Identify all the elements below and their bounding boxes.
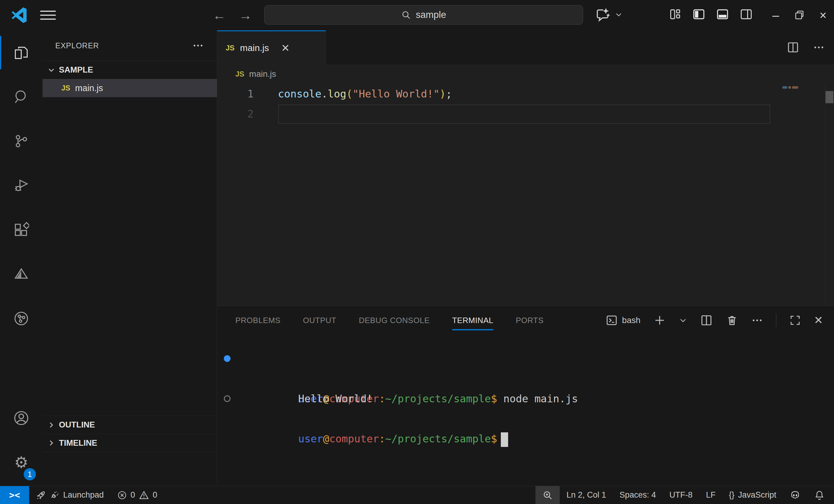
language-label: JavaScript bbox=[738, 490, 776, 500]
tab-mainjs[interactable]: JS main.js ✕ bbox=[217, 30, 326, 64]
split-editor-icon[interactable] bbox=[787, 41, 799, 54]
kill-terminal-icon[interactable] bbox=[726, 314, 738, 327]
tab-problems[interactable]: PROBLEMS bbox=[235, 306, 281, 335]
sidebar-title: EXPLORER bbox=[55, 41, 99, 50]
source-control-icon bbox=[13, 133, 29, 149]
activity-source-control-button[interactable] bbox=[0, 119, 43, 163]
launchpad-button[interactable]: Launchpad bbox=[29, 486, 111, 504]
editor-group: JS main.js ✕ JS main.js 1 console.log("H… bbox=[217, 30, 834, 486]
restore-button[interactable] bbox=[788, 0, 811, 30]
encoding[interactable]: UTF-8 bbox=[663, 486, 699, 504]
rocket-icon bbox=[36, 490, 46, 500]
zoom-in-icon bbox=[543, 490, 553, 500]
problems-summary[interactable]: 0 0 bbox=[111, 486, 164, 504]
minimap[interactable] bbox=[782, 86, 798, 89]
more-actions-icon[interactable] bbox=[813, 41, 825, 53]
terminal-cursor bbox=[501, 432, 508, 447]
files-icon bbox=[13, 45, 29, 61]
chevron-down-icon bbox=[47, 66, 56, 75]
activity-bar-bottom: ⚙ 1 bbox=[0, 396, 43, 485]
error-count: 0 bbox=[131, 490, 135, 500]
eol-label: LF bbox=[706, 490, 716, 500]
settings-button[interactable]: ⚙ 1 bbox=[0, 440, 43, 485]
explorer-sidebar: EXPLORER SAMPLE JS main.js OUTLINE bbox=[43, 30, 217, 486]
go-back-icon[interactable]: ← bbox=[213, 7, 226, 23]
pyramid-icon bbox=[13, 266, 29, 282]
code-editor[interactable]: 1 console.log("Hello World!"); 2 bbox=[217, 84, 834, 306]
file-name: main.js bbox=[75, 83, 103, 93]
terminal[interactable]: user@computer:~/projects/sample$ node ma… bbox=[217, 348, 834, 486]
tab-debug-console[interactable]: DEBUG CONSOLE bbox=[359, 306, 430, 335]
editor-scrollbar[interactable] bbox=[825, 84, 834, 306]
file-row-mainjs[interactable]: JS main.js bbox=[43, 79, 217, 97]
activity-bar: ⚙ 1 bbox=[0, 30, 43, 486]
more-actions-icon[interactable] bbox=[192, 40, 204, 52]
activity-run-debug-button[interactable] bbox=[0, 163, 43, 208]
cursor-position[interactable]: Ln 2, Col 1 bbox=[560, 486, 613, 504]
go-forward-icon[interactable]: → bbox=[239, 7, 252, 23]
plug-icon bbox=[50, 490, 60, 500]
breadcrumb[interactable]: JS main.js bbox=[217, 64, 834, 84]
folder-section-sample[interactable]: SAMPLE bbox=[43, 61, 217, 79]
divider bbox=[776, 314, 776, 327]
encoding-label: UTF-8 bbox=[670, 490, 693, 500]
history-nav: ← → bbox=[213, 7, 252, 23]
tab-ports[interactable]: PORTS bbox=[516, 306, 544, 335]
indentation[interactable]: Spaces: 4 bbox=[613, 486, 663, 504]
notifications-button[interactable] bbox=[807, 486, 834, 504]
zoom-indicator[interactable] bbox=[535, 486, 560, 504]
tab-terminal[interactable]: TERMINAL bbox=[452, 306, 493, 335]
bell-icon bbox=[814, 490, 825, 501]
command-center-search[interactable]: sample bbox=[264, 5, 583, 25]
activity-git-graph-extension-button[interactable] bbox=[0, 296, 43, 341]
close-window-button[interactable]: × bbox=[811, 0, 834, 30]
new-terminal-icon[interactable] bbox=[653, 314, 666, 327]
toggle-secondary-sidebar-icon[interactable] bbox=[739, 7, 753, 21]
warning-icon bbox=[139, 490, 149, 500]
customize-layout-icon[interactable] bbox=[668, 7, 682, 21]
activity-pyramid-extension-button[interactable] bbox=[0, 252, 43, 296]
copilot-menu-button[interactable] bbox=[595, 7, 622, 22]
shell-selector[interactable]: bash bbox=[606, 314, 640, 326]
current-line-highlight bbox=[278, 105, 770, 124]
tab-output[interactable]: OUTPUT bbox=[303, 306, 336, 335]
command-success-decoration-icon[interactable] bbox=[224, 355, 231, 362]
maximize-panel-icon[interactable] bbox=[789, 314, 801, 326]
breadcrumb-item[interactable]: main.js bbox=[249, 69, 276, 79]
shell-label: bash bbox=[622, 316, 640, 325]
launch-profile-chevron-icon[interactable] bbox=[679, 316, 687, 325]
activity-explorer-button[interactable] bbox=[0, 30, 43, 75]
folder-name: SAMPLE bbox=[59, 65, 93, 75]
bottom-panel: PROBLEMS OUTPUT DEBUG CONSOLE TERMINAL P… bbox=[217, 306, 834, 486]
tab-label: main.js bbox=[240, 43, 269, 53]
remote-indicator[interactable]: >< bbox=[0, 486, 29, 504]
split-terminal-icon[interactable] bbox=[700, 314, 713, 327]
outline-section[interactable]: OUTLINE bbox=[43, 416, 217, 434]
layout-controls bbox=[668, 7, 753, 21]
error-icon bbox=[117, 490, 127, 500]
close-panel-icon[interactable]: ✕ bbox=[814, 314, 823, 327]
scrollbar-thumb[interactable] bbox=[826, 91, 833, 103]
activity-search-button[interactable] bbox=[0, 75, 43, 119]
language-mode[interactable]: {} JavaScript bbox=[722, 486, 783, 504]
timeline-section[interactable]: TIMELINE bbox=[43, 434, 217, 452]
menu-icon[interactable] bbox=[40, 8, 56, 22]
sidebar-bottom-sections: OUTLINE TIMELINE bbox=[43, 416, 217, 452]
command-pending-decoration-icon[interactable] bbox=[224, 395, 231, 402]
more-actions-icon[interactable] bbox=[751, 314, 763, 326]
toggle-primary-sidebar-icon[interactable] bbox=[692, 7, 706, 21]
chevron-down-icon bbox=[615, 10, 622, 19]
terminal-line-1: user@computer:~/projects/sample$ node ma… bbox=[217, 348, 834, 369]
extensions-icon bbox=[13, 222, 29, 238]
toggle-panel-icon[interactable] bbox=[716, 7, 729, 21]
chevron-right-icon bbox=[47, 438, 56, 448]
copilot-status-button[interactable] bbox=[783, 486, 807, 504]
terminal-icon bbox=[606, 314, 618, 326]
gear-icon: ⚙ bbox=[14, 455, 28, 470]
terminal-text: user@computer:~/projects/sample$ bbox=[298, 433, 497, 445]
activity-extensions-button[interactable] bbox=[0, 208, 43, 252]
minimize-button[interactable]: – bbox=[764, 0, 788, 30]
close-tab-icon[interactable]: ✕ bbox=[281, 42, 290, 54]
eol-sequence[interactable]: LF bbox=[699, 486, 722, 504]
accounts-button[interactable] bbox=[0, 396, 43, 440]
